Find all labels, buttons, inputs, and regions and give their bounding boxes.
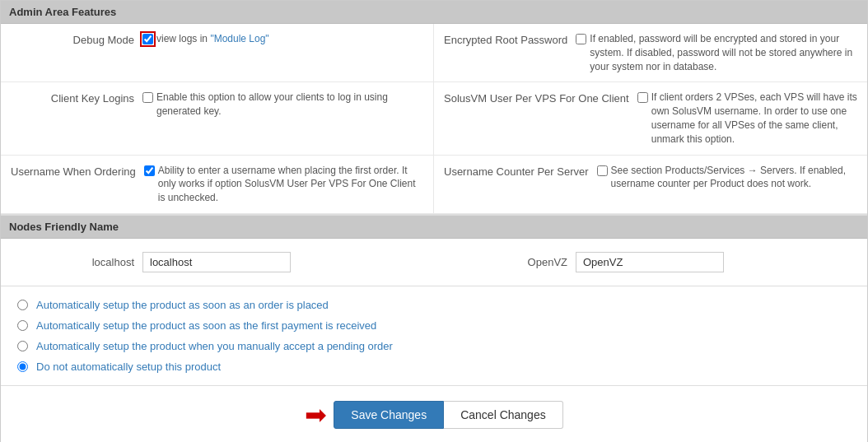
nodes-section: Nodes Friendly Name localhost OpenVZ	[1, 216, 867, 286]
username-counter-per-server-checkbox[interactable]	[597, 165, 608, 176]
radio-auto-payment[interactable]	[17, 320, 28, 331]
radio-item-no-auto: Do not automatically setup this product	[17, 356, 851, 377]
debug-mode-label: Debug Mode	[11, 32, 142, 46]
radio-auto-order[interactable]	[17, 300, 28, 310]
localhost-node-input[interactable]	[142, 252, 291, 272]
nodes-grid: localhost OpenVZ	[1, 239, 867, 286]
solusvm-user-per-vps-cell: SolusVM User Per VPS For One Client If c…	[434, 82, 867, 155]
encrypted-root-password-cell: Encrypted Root Password If enabled, pass…	[434, 24, 867, 82]
buttons-section: ➡ Save Changes Cancel Changes	[1, 386, 867, 442]
radio-auto-manual[interactable]	[17, 341, 28, 351]
username-counter-per-server-control: See section Products/Services → Servers.…	[597, 164, 857, 192]
admin-area-header: Admin Area Features	[1, 1, 867, 24]
username-when-ordering-label: Username When Ordering	[11, 164, 144, 178]
radio-auto-order-label[interactable]: Automatically setup the product as soon …	[36, 299, 329, 311]
debug-mode-checkbox[interactable]	[142, 34, 153, 44]
solusvm-user-per-vps-label: SolusVM User Per VPS For One Client	[444, 91, 637, 105]
encrypted-root-password-control: If enabled, password will be encrypted a…	[576, 32, 857, 73]
admin-area-section: Admin Area Features Debug Mode view logs…	[1, 1, 867, 216]
username-counter-per-server-label: Username Counter Per Server	[444, 164, 597, 178]
username-counter-per-server-cell: Username Counter Per Server See section …	[434, 156, 867, 214]
openvz-node-cell: OpenVZ	[434, 245, 867, 279]
save-button[interactable]: Save Changes	[334, 401, 444, 429]
debug-mode-cell: Debug Mode view logs in "Module Log"	[1, 24, 434, 82]
client-key-logins-control: Enable this option to allow your clients…	[142, 91, 423, 119]
page-wrapper: Admin Area Features Debug Mode view logs…	[0, 0, 868, 442]
debug-mode-control: view logs in "Module Log"	[142, 32, 423, 46]
client-key-logins-label: Client Key Logins	[11, 91, 142, 105]
encrypted-root-password-label: Encrypted Root Password	[444, 32, 576, 46]
radio-item-auto-order: Automatically setup the product as soon …	[17, 295, 851, 315]
cancel-button[interactable]: Cancel Changes	[444, 401, 563, 429]
radio-auto-payment-label[interactable]: Automatically setup the product as soon …	[36, 319, 376, 332]
radio-item-auto-payment: Automatically setup the product as soon …	[17, 315, 851, 336]
radio-section: Automatically setup the product as soon …	[1, 286, 867, 386]
admin-features-grid: Debug Mode view logs in "Module Log" Enc…	[1, 24, 867, 215]
nodes-header: Nodes Friendly Name	[1, 216, 867, 239]
client-key-logins-checkbox[interactable]	[142, 92, 153, 103]
radio-auto-manual-label[interactable]: Automatically setup the product when you…	[36, 340, 393, 352]
client-key-logins-cell: Client Key Logins Enable this option to …	[1, 82, 434, 155]
openvz-node-input[interactable]	[576, 252, 724, 272]
encrypted-root-password-checkbox[interactable]	[576, 34, 586, 44]
solusvm-user-per-vps-checkbox[interactable]	[637, 92, 648, 103]
radio-no-auto-label[interactable]: Do not automatically setup this product	[36, 361, 221, 373]
arrow-icon: ➡	[305, 402, 327, 428]
openvz-node-label: OpenVZ	[444, 256, 576, 268]
solusvm-user-per-vps-control: If client orders 2 VPSes, each VPS will …	[637, 91, 857, 146]
username-when-ordering-control: Ability to enter a username when placing…	[144, 164, 423, 205]
radio-item-auto-manual: Automatically setup the product when you…	[17, 336, 851, 356]
username-when-ordering-checkbox[interactable]	[144, 165, 155, 176]
username-when-ordering-cell: Username When Ordering Ability to enter …	[1, 156, 434, 214]
localhost-node-label: localhost	[11, 256, 142, 268]
radio-no-auto[interactable]	[17, 361, 28, 372]
localhost-node-cell: localhost	[1, 245, 434, 279]
